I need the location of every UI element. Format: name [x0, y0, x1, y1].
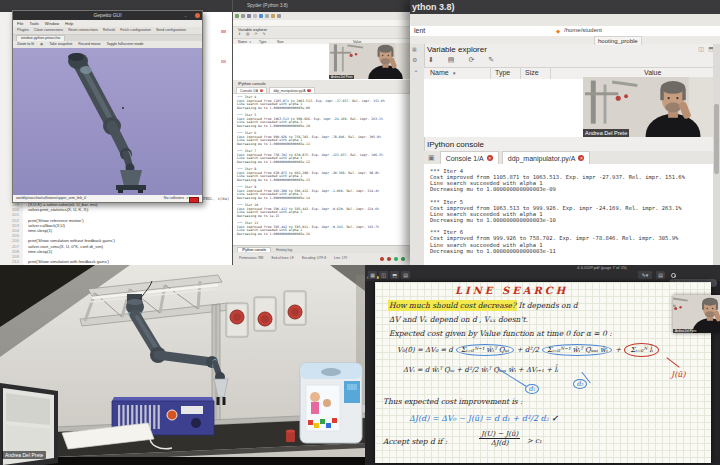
board-question-rest: It depends on d [516, 301, 578, 310]
ipython-console-title: IPython console [427, 140, 484, 149]
tab-history-log[interactable]: History log [272, 248, 296, 252]
refresh-icon[interactable]: ⟳ [254, 32, 259, 36]
toolbar-icon[interactable] [235, 14, 239, 18]
gepetto-statusbar: world/pinocchio/collisions/upper_arm_lin… [13, 195, 202, 202]
iter-cost: Cost improved from 999.926 to 758.702. E… [430, 235, 720, 241]
toolbar-icon[interactable] [259, 14, 263, 18]
variable-explorer-toolbar[interactable]: ⬇ ▤ ⟳ ✎ [428, 56, 500, 64]
close-icon[interactable]: × [487, 155, 493, 161]
column-value[interactable]: Value [644, 69, 661, 76]
board-thus-line: Thus expected cost improvement is : [383, 397, 523, 406]
edit-icon[interactable]: ✎ [262, 32, 267, 36]
gepetto-titlebar[interactable]: Gepetto GUI – [13, 11, 202, 20]
tab-file[interactable]: ddp_manipulator.py/A × [502, 151, 591, 164]
red-cup [286, 429, 295, 442]
caret-icon[interactable]: ▲ [414, 68, 418, 73]
menu-item[interactable]: File [17, 20, 23, 27]
toolbar-icon[interactable] [271, 14, 275, 18]
pen-tool-icon[interactable]: ✎▾ [638, 271, 652, 279]
toggle-fullscreen-button[interactable]: Toggle fullscreen mode [106, 41, 143, 48]
lab-video-frame: Andrea Del Prete [0, 265, 365, 465]
toolbar-icon[interactable] [247, 14, 251, 18]
overlay-title-text: ython 3.8) [410, 2, 455, 12]
code-text: solver.print_statistics(X, U, K, X); [23, 207, 89, 212]
fraction-denominator: ΔJ(d) [491, 439, 509, 447]
menu-item[interactable]: Tools [29, 20, 38, 27]
import-icon[interactable]: ⬇ [238, 32, 243, 36]
toolbar-icon[interactable] [265, 14, 269, 18]
panes-icon[interactable]: ▦ [412, 46, 417, 52]
sidebar-toggle-icon[interactable]: ▦ [368, 271, 377, 279]
scrollbar-thumb[interactable] [714, 104, 719, 174]
toolbar-button[interactable]: Send configuration [156, 27, 186, 34]
zoom-icon[interactable]: ⬒ [390, 271, 399, 279]
color-swatch[interactable] [189, 197, 199, 203]
column-name[interactable]: Name [430, 69, 449, 76]
meeting-controls[interactable] [380, 257, 405, 261]
menu-item[interactable]: Help [65, 20, 73, 27]
save-icon[interactable]: ▤ [246, 32, 251, 36]
close-icon[interactable]: × [260, 89, 264, 93]
camera-icon[interactable]: ◉ [40, 41, 43, 48]
scrollbar-track[interactable] [713, 44, 720, 265]
split-icon[interactable]: ◫ [698, 45, 704, 52]
toolbar-button[interactable]: Refresh [103, 27, 116, 34]
column-type[interactable]: Type [495, 69, 510, 76]
page-view-icon[interactable]: ◫ [379, 271, 388, 279]
import-icon[interactable]: ⬇ [428, 56, 440, 63]
share-icon[interactable] [394, 257, 398, 261]
editor-tab-fragment[interactable]: hooting_proble [594, 36, 642, 45]
line-number: 210 [0, 259, 23, 264]
list-icon[interactable]: ▤ [401, 271, 410, 279]
gear-icon[interactable]: ⚙ [412, 56, 417, 63]
working-directory[interactable]: /home/student [564, 27, 602, 33]
minimize-icon[interactable]: – [183, 13, 188, 18]
toolbar-icon[interactable] [277, 14, 281, 18]
iteration-block: *** Iter 9 Cost improved from 602.208 to… [237, 186, 423, 201]
terminal-icon[interactable]: ▣ [424, 151, 437, 164]
gepetto-3d-viewport[interactable] [13, 48, 202, 195]
code-text: ) [108, 259, 109, 264]
dropdown-icon: ▾ [646, 272, 649, 278]
refresh-icon[interactable]: ⟳ [468, 56, 480, 63]
editor-code-lines[interactable]: 199(X,U,K) = solver.solve(x0, U_bar, mu)… [0, 202, 232, 264]
eq1-plus: + [615, 346, 621, 354]
toolbar-button[interactable]: Plugins [17, 27, 29, 34]
camera-off-icon[interactable] [387, 257, 391, 261]
edit-icon[interactable]: ✎ [488, 56, 500, 63]
save-icon[interactable]: ▤ [448, 56, 461, 63]
take-snapshot-button[interactable]: Take snapshot [49, 41, 72, 48]
toolbar-button[interactable]: Fetch configuration [120, 27, 151, 34]
highlighter-icon[interactable]: ▤ [656, 271, 665, 279]
toolbar-icon[interactable] [253, 14, 257, 18]
participants-icon[interactable] [401, 257, 405, 261]
record-movie-button[interactable]: Record movie [78, 41, 100, 48]
variable-explorer-toolbar[interactable]: ⬇ ▤ ⟳ ✎ [238, 32, 267, 36]
notes-page[interactable]: LINE SEARCH How much should cost decreas… [375, 282, 711, 463]
toolbar-button[interactable]: Close connections [34, 27, 63, 34]
close-icon[interactable]: × [578, 155, 584, 161]
gepetto-toolbar[interactable]: PluginsClose connectionsReset connection… [13, 27, 202, 35]
whiteboard-window: 4.4-DDP.pdf (page 7 of 15) ▦ ◫ ⬒ ▤ ✎▾ ▤ … [365, 265, 720, 465]
spyder-main-toolbar[interactable] [235, 13, 283, 19]
close-icon[interactable]: × [307, 89, 311, 93]
checkmark: ✓ [551, 413, 558, 423]
tab-ipython-console[interactable]: IPython console [237, 247, 271, 252]
menu-item[interactable]: Window [45, 20, 59, 27]
iter-mu: Decreasing mu to 1.000000000000003e-14 [237, 197, 423, 201]
spyder-titlebar[interactable]: Spyder (Python 3.8) [233, 0, 421, 12]
toolbar-icon[interactable] [241, 14, 245, 18]
gepetto-view-toolbar[interactable]: Zoom to fit ◉ Take snapshot Record movie… [13, 41, 202, 48]
column-size[interactable]: Size [525, 69, 539, 76]
mic-icon[interactable] [380, 257, 384, 261]
toolbar-button[interactable]: Reset connections [68, 27, 98, 34]
tab-console[interactable]: Console 1/A × [440, 151, 499, 164]
zoom-to-fit-button[interactable]: Zoom to fit [17, 41, 34, 48]
console-output[interactable]: *** Iter 4 Cost improved from 1105.871 t… [233, 93, 423, 248]
close-icon[interactable] [195, 13, 200, 18]
variable-explorer-title: Variable explorer [427, 45, 487, 54]
gepetto-menubar[interactable]: FileToolsWindowHelp [13, 20, 202, 27]
eq1-lhs: V₀(0) = ΔV₀ = d [397, 346, 453, 354]
path-fragment: lent [414, 27, 425, 34]
console-output[interactable]: *** Iter 4 Cost improved from 1105.871 t… [424, 164, 720, 269]
